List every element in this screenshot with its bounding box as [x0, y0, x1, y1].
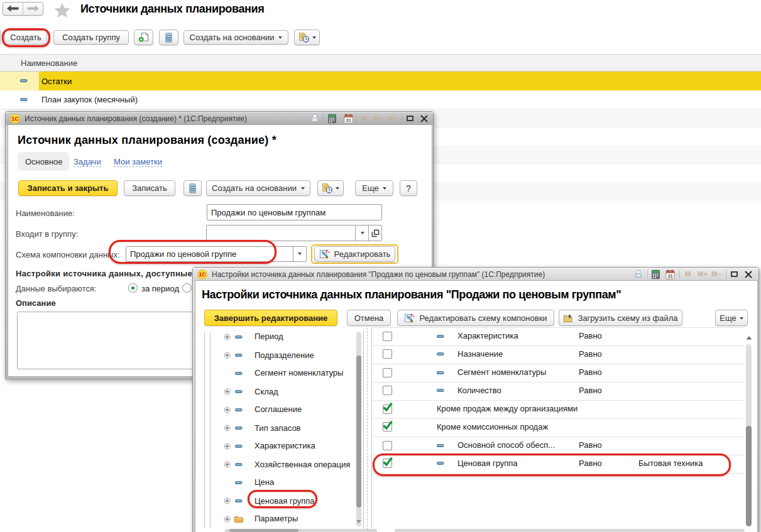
svg-text:31: 31: [667, 273, 672, 279]
svg-text:1С: 1С: [199, 271, 206, 278]
svg-text:31: 31: [346, 117, 351, 123]
svg-text:1С: 1С: [11, 116, 19, 122]
